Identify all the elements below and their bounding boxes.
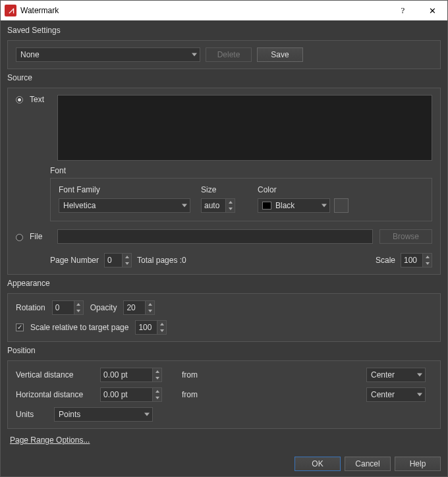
units-label: Units: [16, 410, 47, 419]
opacity-input[interactable]: [123, 300, 146, 315]
vdist-label: Vertical distance: [16, 370, 95, 379]
spinner-down-icon[interactable]: [226, 206, 235, 212]
appearance-panel: Rotation Opacity ✓ Scale relative to tar…: [7, 293, 441, 342]
color-combo[interactable]: Black: [258, 198, 330, 213]
opacity-spinner[interactable]: [123, 300, 155, 315]
file-scale-input[interactable]: [401, 253, 423, 267]
color-picker-button[interactable]: [334, 198, 349, 213]
titlebar: ⩘ Watermark ? ✕: [1, 1, 447, 20]
vfrom-label: from: [178, 370, 361, 379]
save-button[interactable]: Save: [257, 47, 303, 62]
text-radio[interactable]: [16, 96, 23, 103]
vdist-input[interactable]: [100, 368, 153, 382]
spinner-down-icon[interactable]: [74, 308, 83, 314]
units-combo[interactable]: Points: [54, 407, 153, 422]
units-value: Points: [59, 410, 80, 419]
file-radio-label: File: [30, 232, 51, 241]
saved-settings-panel: None Delete Save: [7, 40, 441, 69]
saved-settings-combo[interactable]: None: [16, 47, 200, 62]
scale-relative-checkbox[interactable]: ✓: [16, 323, 24, 331]
close-icon[interactable]: ✕: [418, 1, 447, 20]
rotation-input[interactable]: [52, 300, 74, 315]
hdist-spinner[interactable]: [100, 387, 173, 402]
hdist-input[interactable]: [100, 387, 153, 402]
page-number-input[interactable]: [104, 253, 123, 267]
chevron-down-icon: [417, 393, 422, 397]
hfrom-label: from: [178, 390, 361, 399]
text-radio-label: Text: [30, 95, 51, 104]
spinner-up-icon[interactable]: [226, 199, 235, 206]
color-label: Color: [258, 185, 424, 194]
vdist-spinner[interactable]: [100, 368, 173, 382]
ok-button[interactable]: OK: [294, 457, 341, 471]
hfrom-value: Center: [371, 390, 395, 399]
dialog-content: Saved Settings None Delete Save Source T…: [1, 20, 447, 453]
cancel-button[interactable]: Cancel: [345, 457, 391, 471]
rotation-label: Rotation: [16, 303, 45, 312]
file-scale-label: Scale: [376, 256, 395, 265]
spinner-down-icon[interactable]: [157, 327, 166, 334]
spinner-up-icon[interactable]: [157, 321, 166, 327]
spinner-down-icon[interactable]: [153, 375, 161, 381]
spinner-up-icon[interactable]: [123, 254, 131, 260]
font-label: Font: [50, 166, 432, 175]
spinner-down-icon[interactable]: [423, 260, 432, 267]
spinner-up-icon[interactable]: [423, 254, 432, 260]
saved-settings-value: None: [20, 50, 40, 59]
file-radio[interactable]: [16, 234, 23, 241]
dialog-footer: OK Cancel Help: [1, 453, 447, 476]
font-family-combo[interactable]: Helvetica: [59, 198, 190, 213]
file-scale-spinner[interactable]: [401, 253, 432, 267]
watermark-text-input[interactable]: [57, 95, 432, 161]
position-label: Position: [7, 346, 441, 355]
window-title: Watermark: [20, 6, 388, 15]
font-family-value: Helvetica: [63, 201, 96, 210]
page-range-link[interactable]: Page Range Options...: [10, 435, 441, 445]
font-size-spinner[interactable]: [201, 198, 247, 213]
color-value: Black: [275, 201, 294, 210]
chevron-down-icon: [144, 413, 150, 416]
help-button[interactable]: Help: [395, 457, 441, 471]
spinner-down-icon[interactable]: [123, 260, 131, 267]
browse-button[interactable]: Browse: [379, 229, 432, 244]
hdist-label: Horizontal distance: [16, 390, 95, 399]
vfrom-combo[interactable]: Center: [366, 368, 426, 382]
scale-relative-input[interactable]: [135, 320, 157, 335]
file-path-input[interactable]: [57, 229, 373, 244]
spinner-down-icon[interactable]: [146, 308, 154, 314]
total-pages-label: Total pages :0: [137, 256, 186, 265]
source-text-row: Text: [16, 95, 432, 161]
app-icon: ⩘: [5, 5, 16, 16]
chevron-down-icon: [192, 53, 197, 57]
position-panel: Vertical distance from Center Horizontal…: [7, 360, 441, 429]
vfrom-value: Center: [371, 370, 395, 379]
font-panel: Font Family Size Color Helvetica: [50, 178, 432, 221]
spinner-up-icon[interactable]: [153, 388, 161, 395]
help-icon[interactable]: ?: [388, 1, 418, 20]
color-swatch-icon: [262, 202, 271, 210]
source-file-row: File Browse: [16, 229, 432, 244]
hfrom-combo[interactable]: Center: [366, 387, 426, 402]
spinner-up-icon[interactable]: [74, 301, 83, 308]
watermark-dialog: ⩘ Watermark ? ✕ Saved Settings None Dele…: [0, 0, 448, 477]
source-label: Source: [7, 73, 441, 82]
spinner-up-icon[interactable]: [146, 301, 154, 308]
size-label: Size: [201, 185, 247, 194]
saved-settings-label: Saved Settings: [7, 26, 441, 35]
spinner-up-icon[interactable]: [153, 368, 161, 375]
page-number-spinner[interactable]: [104, 253, 132, 267]
rotation-spinner[interactable]: [52, 300, 84, 315]
scale-relative-label: Scale relative to target page: [30, 323, 128, 332]
chevron-down-icon: [417, 374, 422, 377]
spinner-down-icon[interactable]: [153, 395, 161, 401]
font-family-label: Font Family: [59, 185, 190, 194]
delete-button[interactable]: Delete: [206, 47, 252, 62]
scale-relative-spinner[interactable]: [135, 320, 167, 335]
page-number-label: Page Number: [50, 256, 99, 265]
page-row: Page Number Total pages :0 Scale: [50, 253, 432, 267]
chevron-down-icon: [182, 204, 187, 208]
font-block: Font Font Family Size Color Helvetica: [50, 166, 432, 221]
font-size-input[interactable]: [201, 198, 226, 213]
opacity-label: Opacity: [90, 303, 117, 312]
chevron-down-icon: [322, 204, 327, 208]
